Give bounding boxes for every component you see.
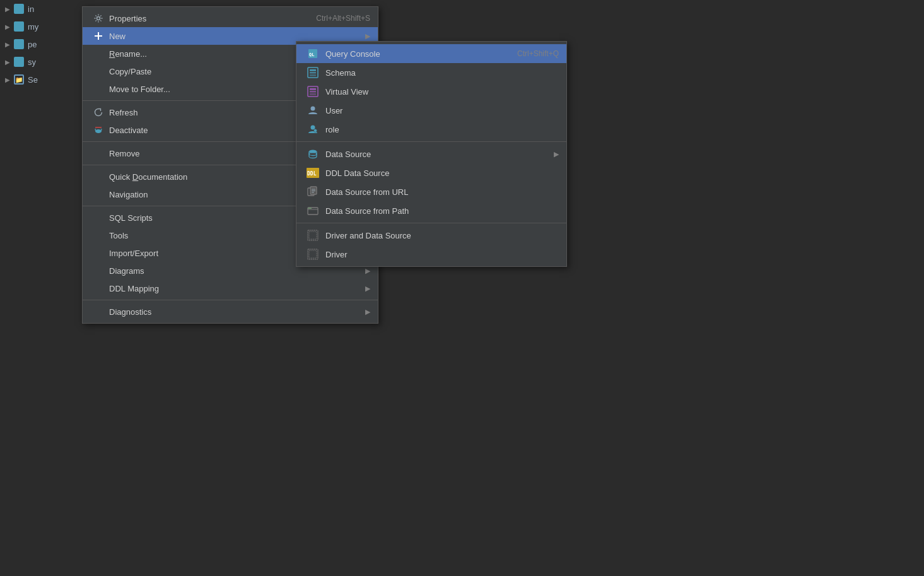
arrow-icon: ▶	[5, 76, 10, 83]
separator	[83, 300, 378, 300]
tools-icon	[93, 230, 104, 241]
diagnostics-icon	[93, 306, 104, 317]
arrow-icon: ▶	[5, 59, 10, 66]
remove-icon	[93, 148, 104, 159]
separator	[296, 141, 566, 142]
sidebar-item-label: Se	[28, 75, 38, 85]
arrow-icon: ▶	[365, 32, 370, 40]
query-console-shortcut: Ctrl+Shift+Q	[517, 49, 559, 58]
sidebar-item-label: my	[28, 22, 38, 32]
submenu-new: QL Query Console Ctrl+Shift+Q Schema	[296, 41, 567, 267]
sidebar-item-label: sy	[28, 57, 36, 67]
new-label: New	[109, 32, 360, 41]
svg-point-18	[311, 126, 315, 130]
diagnostics-label: Diagnostics	[109, 307, 360, 317]
arrow-icon: ▶	[365, 285, 370, 293]
svg-point-17	[311, 107, 315, 111]
svg-text:DDL: DDL	[307, 171, 317, 177]
sidebar-db-icon	[14, 39, 24, 49]
svg-rect-10	[310, 69, 316, 71]
menu-item-ddl-mapping[interactable]: DDL Mapping ▶	[83, 279, 378, 297]
arrow-icon: ▶	[5, 6, 10, 13]
diagrams-label: Diagrams	[109, 266, 360, 276]
virtual-view-label: Virtual View	[325, 87, 559, 97]
properties-shortcut: Ctrl+Alt+Shift+S	[316, 14, 370, 23]
sidebar-item-label: in	[28, 4, 34, 14]
sidebar-item-in[interactable]: ▶ in	[0, 0, 82, 18]
deactivate-icon	[93, 124, 104, 136]
schema-label: Schema	[325, 68, 559, 78]
datasource-url-icon	[307, 185, 319, 198]
arrow-icon: ▶	[5, 41, 10, 48]
sql-scripts-icon	[93, 212, 104, 223]
sidebar-db-icon	[14, 4, 24, 14]
svg-rect-11	[310, 72, 316, 74]
driver-icon	[307, 248, 319, 261]
datasource-path-icon	[307, 204, 319, 217]
submenu-item-data-source[interactable]: Data Source ▶	[296, 144, 566, 163]
svg-rect-16	[310, 93, 316, 95]
move-icon	[93, 83, 104, 95]
submenu-item-driver-datasource[interactable]: Driver and Data Source	[296, 226, 566, 245]
sidebar-item-se[interactable]: ▶ 📁 Se	[0, 71, 82, 88]
svg-text:QL: QL	[309, 52, 314, 57]
sidebar-db-icon	[14, 57, 24, 67]
sidebar-item-label: pe	[28, 40, 37, 49]
sidebar-item-sy[interactable]: ▶ sy	[0, 53, 82, 71]
driver-ds-icon	[307, 229, 319, 242]
submenu-item-ddl-data-source[interactable]: DDL DDL Data Source	[296, 163, 566, 182]
submenu-item-data-source-path[interactable]: Data Source from Path	[296, 201, 566, 220]
refresh-icon	[93, 107, 104, 118]
user-label: User	[325, 106, 559, 115]
copy-icon	[93, 66, 104, 77]
ddl-icon: DDL	[307, 167, 319, 179]
arrow-icon: ▶	[5, 23, 10, 30]
arrow-icon: ▶	[365, 267, 370, 275]
driver-label: Driver	[325, 250, 559, 259]
quick-doc-icon	[93, 171, 104, 182]
submenu-item-driver[interactable]: Driver	[296, 245, 566, 264]
submenu-item-role[interactable]: role	[296, 120, 566, 139]
role-icon	[307, 123, 319, 136]
svg-rect-12	[310, 74, 316, 76]
navigation-icon	[93, 189, 104, 200]
separator	[296, 223, 566, 223]
menu-item-diagnostics[interactable]: Diagnostics ▶	[83, 303, 378, 320]
virtual-view-icon	[307, 85, 319, 98]
driver-datasource-label: Driver and Data Source	[325, 231, 559, 240]
import-export-icon	[93, 247, 104, 259]
submenu-item-user[interactable]: User	[296, 101, 566, 120]
ddl-mapping-label: DDL Mapping	[109, 284, 360, 293]
datasource-icon	[307, 148, 319, 160]
sidebar: ▶ in ▶ my ▶ pe ▶ sy ▶ 📁 Se	[0, 0, 82, 576]
menu-item-properties[interactable]: Properties Ctrl+Alt+Shift+S	[83, 9, 378, 27]
submenu-item-virtual-view[interactable]: Virtual View	[296, 82, 566, 101]
query-console-label: Query Console	[325, 49, 517, 59]
svg-point-0	[97, 17, 100, 20]
data-source-label: Data Source	[325, 150, 549, 159]
data-source-path-label: Data Source from Path	[325, 206, 559, 216]
ddl-mapping-icon	[93, 283, 104, 294]
svg-point-19	[314, 129, 317, 132]
ddl-data-source-label: DDL Data Source	[325, 168, 559, 178]
svg-rect-31	[309, 232, 317, 239]
ql-icon: QL	[307, 47, 319, 60]
sidebar-folder-icon: 📁	[14, 74, 24, 85]
svg-rect-14	[310, 88, 316, 90]
submenu-item-schema[interactable]: Schema	[296, 63, 566, 82]
plus-icon	[93, 30, 104, 42]
arrow-icon: ▶	[554, 150, 559, 158]
gear-icon	[93, 13, 104, 24]
role-label: role	[325, 125, 559, 134]
submenu-item-query-console[interactable]: QL Query Console Ctrl+Shift+Q	[296, 44, 566, 63]
svg-rect-15	[310, 91, 316, 93]
schema-icon	[307, 66, 319, 79]
arrow-icon: ▶	[365, 308, 370, 316]
submenu-item-data-source-url[interactable]: Data Source from URL	[296, 182, 566, 201]
sidebar-item-pe[interactable]: ▶ pe	[0, 35, 82, 53]
properties-label: Properties	[109, 14, 303, 23]
user-icon	[307, 104, 319, 117]
sidebar-db-icon	[14, 21, 24, 32]
sidebar-item-my[interactable]: ▶ my	[0, 18, 82, 35]
rename-icon	[93, 48, 104, 59]
